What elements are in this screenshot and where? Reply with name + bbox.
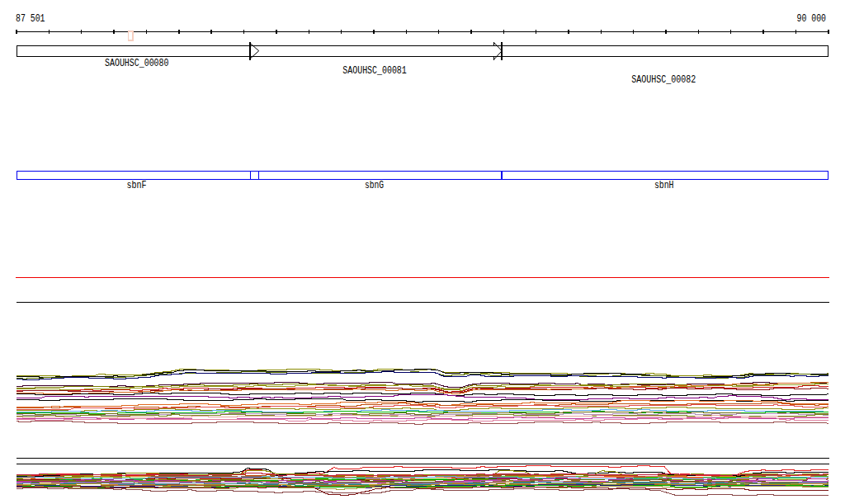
svg-text:SAOUHSC_00080: SAOUHSC_00080	[105, 58, 169, 69]
svg-text:sbnH: sbnH	[654, 180, 674, 191]
svg-text:87 501: 87 501	[16, 13, 45, 25]
svg-text:90 000: 90 000	[797, 13, 827, 25]
svg-text:SAOUHSC_00082: SAOUHSC_00082	[631, 74, 696, 86]
svg-text:sbnF: sbnF	[127, 180, 147, 191]
svg-text:SAOUHSC_00081: SAOUHSC_00081	[342, 65, 407, 77]
svg-text:sbnG: sbnG	[365, 180, 384, 191]
